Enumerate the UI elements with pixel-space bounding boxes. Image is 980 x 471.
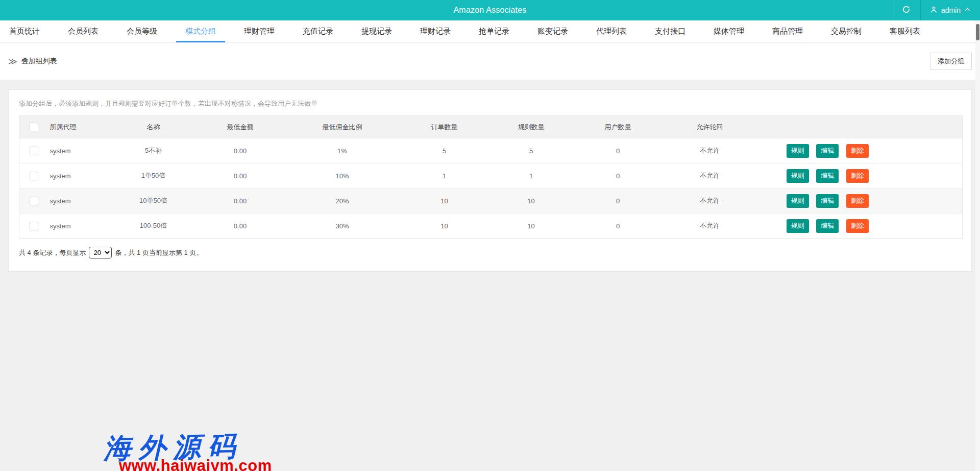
notice-text: 添加分组后，必须添加规则，并且规则需要对应好订单个数，若出现不对称情况，会导致用… bbox=[19, 99, 961, 108]
nav-tab-label: 交易控制 bbox=[831, 27, 862, 36]
nav-tab-label: 首页统计 bbox=[9, 27, 40, 36]
page-size-select[interactable]: 20 bbox=[89, 247, 112, 258]
row-checkbox-cell bbox=[19, 163, 49, 189]
cell-orders: 5 bbox=[401, 138, 488, 163]
row-checkbox-cell bbox=[19, 138, 49, 163]
row-checkbox[interactable] bbox=[30, 222, 38, 230]
cell-actions: 规则 编辑 删除 bbox=[758, 189, 963, 214]
cell-min-amount: 0.00 bbox=[197, 189, 284, 214]
nav-tab-6[interactable]: 提现记录 bbox=[352, 20, 401, 42]
nav-tab-13[interactable]: 商品管理 bbox=[763, 20, 812, 42]
row-checkbox[interactable] bbox=[30, 172, 38, 180]
rule-button[interactable]: 规则 bbox=[787, 144, 809, 158]
cell-commission: 10% bbox=[284, 163, 401, 189]
cell-rules: 10 bbox=[488, 214, 575, 239]
rule-button[interactable]: 规则 bbox=[787, 169, 809, 183]
user-icon bbox=[930, 6, 938, 15]
cell-cycle: 不允许 bbox=[662, 214, 758, 239]
cell-rules: 1 bbox=[488, 163, 575, 189]
table-row: system 5不补 0.00 1% 5 5 0 不允许 规则 编辑 删除 bbox=[19, 138, 963, 163]
rule-button[interactable]: 规则 bbox=[787, 219, 809, 233]
cell-cycle: 不允许 bbox=[662, 189, 758, 214]
nav-tab-label: 商品管理 bbox=[772, 27, 803, 36]
column-users: 用户数量 bbox=[575, 116, 662, 138]
nav-tab-label: 会员等级 bbox=[127, 27, 157, 36]
delete-button[interactable]: 删除 bbox=[846, 219, 869, 233]
cell-name: 10单50倍 bbox=[110, 189, 197, 214]
edit-button[interactable]: 编辑 bbox=[816, 194, 839, 208]
refresh-button[interactable] bbox=[892, 0, 920, 20]
edit-button[interactable]: 编辑 bbox=[816, 144, 839, 158]
cell-orders: 10 bbox=[401, 214, 488, 239]
edit-button[interactable]: 编辑 bbox=[816, 219, 839, 233]
nav-tab-label: 账变记录 bbox=[537, 27, 568, 36]
nav-tab-5[interactable]: 充值记录 bbox=[293, 20, 342, 42]
delete-button[interactable]: 删除 bbox=[846, 169, 869, 183]
column-cycle: 允许轮回 bbox=[662, 116, 758, 138]
cell-rules: 5 bbox=[488, 138, 575, 163]
username: admin bbox=[941, 6, 961, 14]
cell-agent: system bbox=[49, 214, 110, 239]
scrollbar-track[interactable] bbox=[975, 20, 980, 471]
row-checkbox-cell bbox=[19, 214, 49, 239]
cell-min-amount: 0.00 bbox=[197, 214, 284, 239]
cell-agent: system bbox=[49, 163, 110, 189]
nav-tab-label: 客服列表 bbox=[890, 27, 920, 36]
watermark-text: 海外源码 bbox=[103, 428, 242, 468]
table-row: system 10单50倍 0.00 20% 10 10 0 不允许 规则 编辑… bbox=[19, 189, 963, 214]
column-rules: 规则数量 bbox=[488, 116, 575, 138]
cell-name: 100-50倍 bbox=[110, 214, 197, 239]
nav-tab-9[interactable]: 账变记录 bbox=[528, 20, 577, 42]
nav-tab-15[interactable]: 客服列表 bbox=[880, 20, 929, 42]
content-panel: 添加分组后，必须添加规则，并且规则需要对应好订单个数，若出现不对称情况，会导致用… bbox=[8, 89, 972, 272]
cell-cycle: 不允许 bbox=[662, 163, 758, 189]
cell-cycle: 不允许 bbox=[662, 138, 758, 163]
delete-button[interactable]: 删除 bbox=[846, 144, 869, 158]
select-all-checkbox[interactable] bbox=[30, 123, 38, 131]
nav-tab-10[interactable]: 代理列表 bbox=[587, 20, 636, 42]
nav-tab-4[interactable]: 理财管理 bbox=[235, 20, 284, 42]
user-menu[interactable]: admin bbox=[920, 0, 980, 20]
group-table: 所属代理 名称 最低金额 最低佣金比例 订单数量 规则数量 用户数量 允许轮回 … bbox=[19, 115, 963, 239]
nav-tab-1[interactable]: 会员列表 bbox=[59, 20, 108, 42]
main-nav: 首页统计 会员列表 会员等级 模式分组 理财管理 充值记录 提现记录 理财记录 … bbox=[0, 20, 980, 43]
nav-tab-0[interactable]: 首页统计 bbox=[0, 20, 49, 42]
add-group-button[interactable]: 添加分组 bbox=[930, 53, 972, 70]
column-actions bbox=[758, 116, 963, 138]
pagination: 共 4 条记录，每页显示 20 条，共 1 页当前显示第 1 页。 bbox=[19, 247, 961, 258]
table-row: system 100-50倍 0.00 30% 10 10 0 不允许 规则 编… bbox=[19, 214, 963, 239]
topbar: Amazon Associates admin bbox=[0, 0, 980, 20]
cell-actions: 规则 编辑 删除 bbox=[758, 214, 963, 239]
scrollbar-thumb[interactable] bbox=[976, 24, 979, 40]
nav-tab-14[interactable]: 交易控制 bbox=[822, 20, 871, 42]
nav-tab-label: 支付接口 bbox=[655, 27, 685, 36]
edit-button[interactable]: 编辑 bbox=[816, 169, 839, 183]
cell-users: 0 bbox=[575, 214, 662, 239]
nav-tab-11[interactable]: 支付接口 bbox=[646, 20, 695, 42]
nav-tab-3[interactable]: 模式分组 bbox=[176, 20, 225, 42]
nav-tab-7[interactable]: 理财记录 bbox=[411, 20, 460, 42]
rule-button[interactable]: 规则 bbox=[787, 194, 809, 208]
nav-tab-label: 充值记录 bbox=[303, 27, 333, 36]
cell-min-amount: 0.00 bbox=[197, 163, 284, 189]
nav-tab-8[interactable]: 抢单记录 bbox=[470, 20, 519, 42]
column-name: 名称 bbox=[110, 116, 197, 138]
topbar-right: admin bbox=[892, 0, 980, 20]
cell-agent: system bbox=[49, 138, 110, 163]
nav-tab-label: 媒体管理 bbox=[714, 27, 744, 36]
cell-agent: system bbox=[49, 189, 110, 214]
nav-tab-12[interactable]: 媒体管理 bbox=[704, 20, 753, 42]
nav-tab-2[interactable]: 会员等级 bbox=[117, 20, 166, 42]
watermark-url: www.haiwaiym.com bbox=[119, 457, 272, 471]
delete-button[interactable]: 删除 bbox=[846, 194, 869, 208]
row-checkbox[interactable] bbox=[30, 197, 38, 205]
pagination-prefix: 共 4 条记录，每页显示 bbox=[19, 248, 86, 257]
cell-min-amount: 0.00 bbox=[197, 138, 284, 163]
cell-actions: 规则 编辑 删除 bbox=[758, 138, 963, 163]
refresh-icon bbox=[902, 5, 911, 16]
cell-orders: 10 bbox=[401, 189, 488, 214]
row-checkbox[interactable] bbox=[30, 147, 38, 155]
column-commission: 最低佣金比例 bbox=[284, 116, 401, 138]
nav-tab-label: 会员列表 bbox=[68, 27, 99, 36]
column-min-amount: 最低金额 bbox=[197, 116, 284, 138]
